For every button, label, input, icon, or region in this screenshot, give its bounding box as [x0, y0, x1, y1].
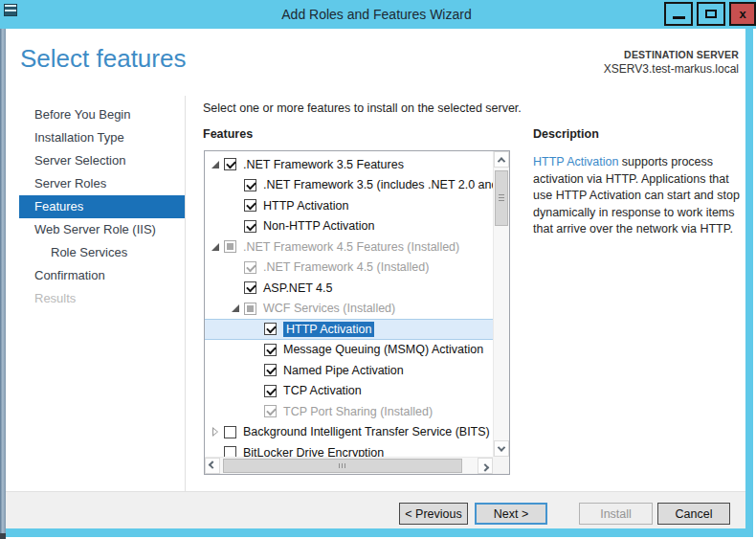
tree-checkbox[interactable]: [244, 281, 256, 294]
sidebar-item-installation-type[interactable]: Installation Type: [19, 126, 185, 149]
scroll-left-button[interactable]: [205, 458, 220, 474]
expander-spacer: [229, 218, 244, 234]
http-activation-link[interactable]: HTTP Activation: [533, 155, 618, 168]
tree-item-tcp-activation[interactable]: TCP Activation: [205, 381, 493, 402]
tree-item-label: Named Pipe Activation: [283, 364, 404, 377]
tree-checkbox[interactable]: [224, 426, 236, 438]
sidebar-divider: [185, 96, 186, 491]
tree-item-background-intelligent-transfer-service-bits[interactable]: Background Intelligent Transfer Service …: [205, 422, 493, 443]
destination-server-block: DESTINATION SERVER XSERV3.test-markus.lo…: [604, 49, 739, 76]
features-list-label: Features: [203, 127, 253, 141]
scroll-right-button[interactable]: [478, 458, 493, 474]
tree-item-bitlocker-drive-encryption[interactable]: BitLocker Drive Encryption: [205, 442, 493, 457]
sidebar-item-confirmation[interactable]: Confirmation: [19, 264, 185, 287]
window-left-edge: [0, 29, 6, 533]
tree-item-non-http-activation[interactable]: Non-HTTP Activation: [205, 216, 493, 237]
tree-checkbox[interactable]: [264, 385, 277, 397]
horizontal-scrollbar-thumb[interactable]: [223, 459, 462, 473]
title-bar[interactable]: Add Roles and Features Wizard: [0, 0, 756, 29]
tree-item-label: TCP Port Sharing (Installed): [283, 405, 433, 418]
sidebar-item-results: Results: [19, 287, 185, 310]
tree-item-label: BitLocker Drive Encryption: [243, 446, 384, 457]
tree-item-label: Message Queuing (MSMQ) Activation: [283, 343, 483, 356]
minimize-button[interactable]: [664, 2, 693, 26]
expander-spacer: [249, 404, 264, 419]
tree-checkbox[interactable]: [264, 323, 277, 335]
install-button[interactable]: Install: [579, 503, 653, 525]
tree-item-named-pipe-activation[interactable]: Named Pipe Activation: [205, 360, 493, 381]
tree-item-label: HTTP Activation: [283, 322, 374, 337]
wizard-steps-nav: Before You BeginInstallation TypeServer …: [19, 103, 185, 310]
maximize-icon: [705, 10, 717, 18]
features-tree: .NET Framework 3.5 Features.NET Framewor…: [204, 150, 510, 475]
close-icon: x: [739, 7, 745, 21]
minimize-icon: [673, 16, 685, 19]
tree-item-http-activation[interactable]: HTTP Activation: [205, 319, 493, 340]
tree-item-net-framework-3-5-includes-net-2-0-and-3-0[interactable]: .NET Framework 3.5 (includes .NET 2.0 an…: [205, 175, 493, 196]
tree-checkbox[interactable]: [264, 405, 277, 417]
tree-checkbox[interactable]: [224, 240, 236, 253]
tree-item-net-framework-3-5-features[interactable]: .NET Framework 3.5 Features: [205, 154, 493, 175]
instruction-text: Select one or more features to install o…: [203, 101, 522, 115]
tree-checkbox[interactable]: [224, 446, 236, 457]
tree-expanded-icon[interactable]: [209, 157, 224, 172]
tree-checkbox[interactable]: [244, 261, 256, 274]
close-button[interactable]: x: [729, 2, 756, 26]
expander-spacer: [229, 198, 244, 213]
vertical-scrollbar[interactable]: [493, 151, 509, 457]
tree-checkbox[interactable]: [264, 364, 277, 376]
cancel-button[interactable]: Cancel: [657, 503, 730, 525]
sidebar-item-features[interactable]: Features: [19, 195, 185, 218]
description-heading: Description: [533, 127, 599, 141]
scroll-down-button[interactable]: [494, 440, 509, 457]
expander-spacer: [229, 259, 244, 275]
tree-item-wcf-services-installed[interactable]: WCF Services (Installed): [205, 299, 493, 320]
next-button[interactable]: Next >: [475, 503, 547, 525]
expander-spacer: [249, 342, 264, 357]
chevron-down-icon: [498, 443, 505, 451]
tree-item-label: Background Intelligent Transfer Service …: [243, 425, 490, 438]
tree-item-net-framework-4-5-installed[interactable]: .NET Framework 4.5 (Installed): [205, 258, 493, 279]
features-tree-rows: .NET Framework 3.5 Features.NET Framewor…: [205, 154, 493, 457]
tree-checkbox[interactable]: [244, 220, 256, 233]
sidebar-item-server-selection[interactable]: Server Selection: [19, 149, 185, 172]
tree-checkbox[interactable]: [224, 158, 236, 170]
chevron-right-icon: [481, 463, 489, 471]
window-right-border: [745, 29, 753, 537]
description-text: HTTP Activation supports process activat…: [533, 154, 744, 238]
window-title: Add Roles and Features Wizard: [0, 0, 753, 29]
tree-item-net-framework-4-5-features-installed[interactable]: .NET Framework 4.5 Features (Installed): [205, 236, 493, 258]
sidebar-item-role-services[interactable]: Role Services: [19, 241, 185, 264]
tree-checkbox[interactable]: [244, 179, 256, 191]
tree-collapsed-icon[interactable]: [209, 424, 224, 439]
horizontal-scrollbar[interactable]: [205, 457, 493, 474]
page-title: Select features: [20, 44, 186, 74]
expander-spacer: [209, 445, 224, 457]
scroll-up-button[interactable]: [494, 151, 509, 168]
chevron-left-icon: [209, 460, 216, 468]
chevron-up-icon: [498, 157, 505, 165]
tree-item-tcp-port-sharing-installed[interactable]: TCP Port Sharing (Installed): [205, 401, 493, 422]
tree-item-label: .NET Framework 4.5 (Installed): [263, 260, 429, 274]
tree-expanded-icon[interactable]: [229, 301, 244, 316]
sidebar-item-before-you-begin[interactable]: Before You Begin: [19, 103, 185, 126]
sidebar-item-web-server-role-iis[interactable]: Web Server Role (IIS): [19, 218, 185, 241]
tree-expanded-icon[interactable]: [209, 239, 224, 255]
tree-item-http-activation[interactable]: HTTP Activation: [205, 195, 493, 216]
tree-item-label: WCF Services (Installed): [263, 302, 395, 315]
tree-item-label: Non-HTTP Activation: [263, 219, 374, 233]
scrollbar-corner: [493, 457, 509, 474]
sidebar-item-server-roles[interactable]: Server Roles: [19, 172, 185, 195]
tree-item-label: .NET Framework 3.5 Features: [243, 158, 404, 171]
maximize-button[interactable]: [697, 2, 725, 26]
expander-spacer: [249, 363, 264, 378]
tree-item-message-queuing-msmq-activation[interactable]: Message Queuing (MSMQ) Activation: [205, 340, 493, 361]
tree-item-asp-net-4-5[interactable]: ASP.NET 4.5: [205, 278, 493, 299]
destination-server-name: XSERV3.test-markus.local: [604, 62, 739, 76]
tree-item-label: HTTP Activation: [263, 199, 348, 213]
previous-button[interactable]: < Previous: [399, 503, 468, 525]
tree-checkbox[interactable]: [244, 199, 256, 212]
tree-checkbox[interactable]: [244, 303, 256, 315]
vertical-scrollbar-thumb[interactable]: [495, 170, 508, 226]
tree-checkbox[interactable]: [264, 344, 277, 356]
